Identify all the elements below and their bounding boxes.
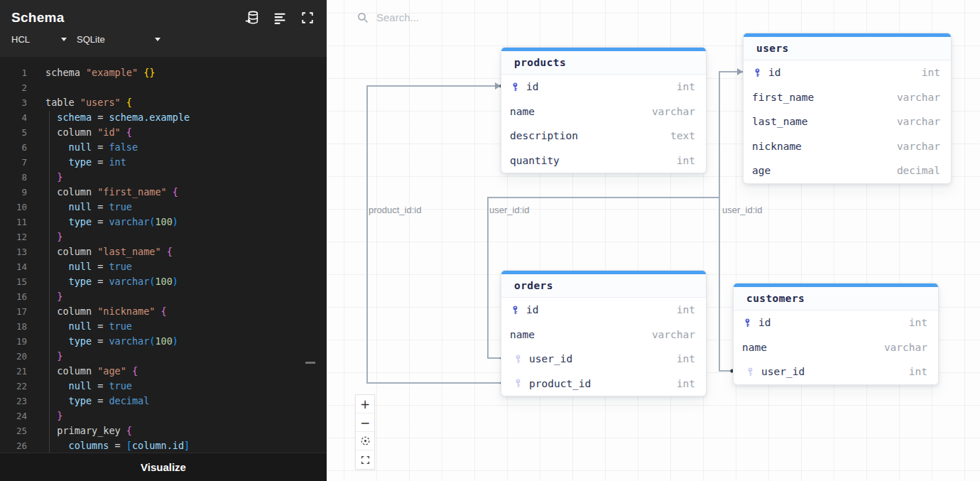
database-import-icon xyxy=(244,10,260,26)
primary-key-icon xyxy=(752,67,763,78)
scrollbar-thumb[interactable] xyxy=(305,362,315,364)
column-row[interactable]: namevarchar xyxy=(501,323,706,347)
diagram-canvas[interactable]: productsidintnamevarchardescriptiontextq… xyxy=(327,0,980,481)
line-number: 12 xyxy=(0,229,27,244)
column-type: int xyxy=(922,67,940,78)
search-icon xyxy=(356,11,369,23)
column-name: age xyxy=(752,165,771,176)
column-name: quantity xyxy=(510,155,560,166)
minus-icon: − xyxy=(360,416,370,430)
column-row[interactable]: descriptiontext xyxy=(501,124,706,148)
line-number: 5 xyxy=(0,125,27,140)
column-name: id xyxy=(526,81,538,92)
code-line: 3table "users" { xyxy=(0,95,327,110)
format-code-button[interactable] xyxy=(272,10,288,26)
line-number: 17 xyxy=(0,304,27,319)
column-type: varchar xyxy=(897,92,940,103)
column-row[interactable]: product_idint xyxy=(501,372,706,396)
column-type: int xyxy=(677,378,695,389)
column-type: text xyxy=(670,130,695,141)
indent-guide xyxy=(49,111,50,453)
table-node-customers[interactable]: customersidintnamevarcharuser_idint xyxy=(733,283,939,385)
dialect-dropdown[interactable]: SQLite xyxy=(77,34,160,45)
expand-panel-button[interactable] xyxy=(300,10,315,26)
line-number: 24 xyxy=(0,409,27,423)
chevron-down-icon xyxy=(155,38,160,41)
line-number: 21 xyxy=(0,364,27,379)
column-name: user_id xyxy=(761,366,805,377)
table-name: orders xyxy=(501,274,706,298)
foreign-key-icon xyxy=(745,366,756,377)
panel-header: Schema xyxy=(0,0,327,57)
database-import-button[interactable] xyxy=(244,10,260,26)
column-name: name xyxy=(510,106,535,117)
line-number: 26 xyxy=(0,438,27,453)
fullscreen-icon xyxy=(361,455,370,465)
visualize-bar: Visualize xyxy=(0,453,327,481)
fit-view-button[interactable] xyxy=(356,432,374,450)
app-window: Schema xyxy=(0,0,980,481)
search-input[interactable] xyxy=(376,11,533,23)
line-number: 16 xyxy=(0,289,27,304)
column-row[interactable]: idint xyxy=(744,60,951,85)
column-type: int xyxy=(677,304,695,315)
table-name: products xyxy=(501,51,706,75)
line-number: 23 xyxy=(0,394,27,409)
column-row[interactable]: nicknamevarchar xyxy=(744,134,951,159)
table-name: customers xyxy=(734,287,938,310)
zoom-controls: + − xyxy=(355,394,375,470)
plus-icon: + xyxy=(360,397,370,411)
language-dropdown[interactable]: HCL xyxy=(11,34,67,45)
line-number: 14 xyxy=(0,259,27,274)
column-row[interactable]: first_namevarchar xyxy=(744,85,951,110)
dialect-dropdown-value: SQLite xyxy=(77,34,105,45)
zoom-in-button[interactable]: + xyxy=(356,395,374,414)
table-node-users[interactable]: usersidintfirst_namevarcharlast_namevarc… xyxy=(743,33,952,184)
line-number: 11 xyxy=(0,215,27,229)
column-row[interactable]: quantityint xyxy=(501,148,706,173)
column-row[interactable]: idint xyxy=(734,310,938,335)
line-number: 25 xyxy=(0,423,27,438)
code-editor[interactable]: 1schema "example" {}23table "users" {4 s… xyxy=(0,57,327,453)
column-type: int xyxy=(909,317,927,328)
column-name: first_name xyxy=(752,92,814,103)
column-row[interactable]: namevarchar xyxy=(734,335,938,360)
column-type: int xyxy=(677,81,695,92)
fullscreen-icon xyxy=(301,11,314,24)
visualize-button[interactable]: Visualize xyxy=(141,461,186,473)
column-row[interactable]: last_namevarchar xyxy=(744,109,951,134)
language-dropdown-value: HCL xyxy=(11,34,30,45)
column-type: varchar xyxy=(652,106,695,117)
table-name: users xyxy=(744,37,951,60)
line-number: 22 xyxy=(0,379,27,394)
primary-key-icon xyxy=(510,304,521,315)
column-row[interactable]: idint xyxy=(501,298,706,323)
table-node-orders[interactable]: ordersidintnamevarcharuser_idintproduct_… xyxy=(501,270,707,396)
line-number: 19 xyxy=(0,334,27,349)
column-row[interactable]: idint xyxy=(501,75,706,99)
edge-label: product_id:id xyxy=(369,205,421,215)
foreign-key-icon xyxy=(513,378,524,389)
column-row[interactable]: user_idint xyxy=(734,360,938,384)
line-number: 20 xyxy=(0,349,27,364)
column-type: varchar xyxy=(897,141,940,152)
primary-key-icon xyxy=(742,317,753,328)
column-row[interactable]: agedecimal xyxy=(744,158,951,183)
line-number: 7 xyxy=(0,155,27,170)
line-number: 18 xyxy=(0,319,27,334)
edge-label: user_id:id xyxy=(722,205,762,215)
column-name: name xyxy=(510,329,535,340)
line-number: 2 xyxy=(0,80,27,95)
line-number: 4 xyxy=(0,110,27,125)
column-row[interactable]: user_idint xyxy=(501,347,706,372)
line-number: 9 xyxy=(0,185,27,200)
column-row[interactable]: namevarchar xyxy=(501,99,706,124)
column-name: id xyxy=(758,317,771,328)
column-type: varchar xyxy=(897,116,940,127)
table-node-products[interactable]: productsidintnamevarchardescriptiontextq… xyxy=(501,47,707,173)
schema-editor-panel: Schema xyxy=(0,0,327,481)
canvas-fullscreen-button[interactable] xyxy=(356,450,374,469)
zoom-out-button[interactable]: − xyxy=(356,414,374,432)
code-line: 1schema "example" {} xyxy=(0,65,327,80)
line-number: 10 xyxy=(0,200,27,215)
